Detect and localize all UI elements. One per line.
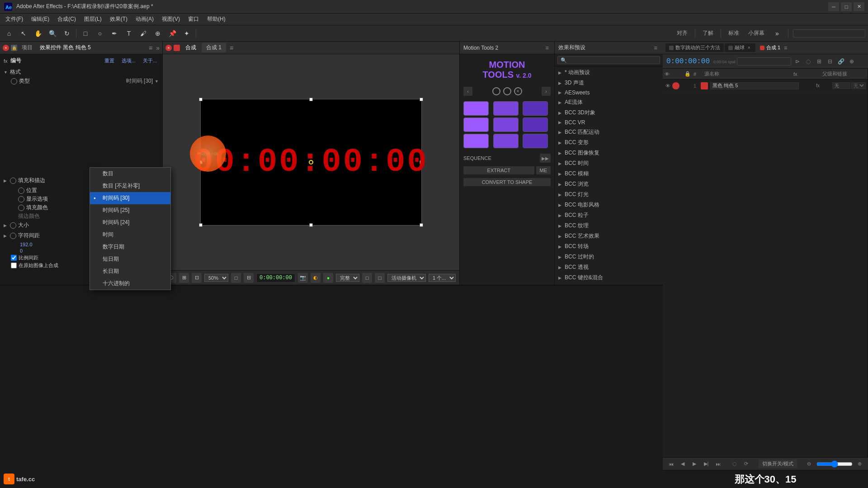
preview-grid-btn[interactable]: ⊞ <box>179 273 189 283</box>
align-label[interactable]: 对齐 <box>674 28 690 38</box>
close-button[interactable]: ✕ <box>854 2 864 11</box>
pin-tool[interactable]: 📌 <box>166 27 179 40</box>
toggle-switch-mode-btn[interactable]: 切换开关/模式 <box>759 460 797 468</box>
effect-cat-bcc-art[interactable]: ▶ BCC 艺术效果 <box>555 231 663 241</box>
proportional-checkbox[interactable] <box>11 255 17 261</box>
rect-tool[interactable]: □ <box>79 27 92 40</box>
effect-cat-bcc-light[interactable]: ▶ BCC 灯光 <box>555 189 663 200</box>
text-tool[interactable]: T <box>123 27 135 40</box>
preview-info-btn[interactable]: □ <box>362 273 372 283</box>
panel-close-icon[interactable]: × <box>3 45 9 51</box>
effects-menu-icon[interactable]: ≡ <box>652 44 659 52</box>
comp-close-icon[interactable]: × <box>165 45 172 51</box>
go-to-start-btn[interactable]: ⏮ <box>666 460 675 469</box>
panel-menu-icon[interactable]: ≡ <box>149 44 152 52</box>
timeline-btn-1[interactable]: ⊳ <box>793 57 802 66</box>
workspace-label[interactable]: 标准 <box>726 28 742 38</box>
timeline-search-input[interactable] <box>737 57 791 66</box>
learn-label[interactable]: 了解 <box>700 28 716 38</box>
zoom-timeline-slider[interactable] <box>816 460 853 468</box>
prev-frame-btn[interactable]: ◀ <box>678 460 687 469</box>
tab-close-ball[interactable]: × <box>746 45 752 51</box>
effect-cat-ae-fluid[interactable]: ▶ AE流体 <box>555 97 663 108</box>
ellipse-tool[interactable]: ○ <box>94 27 106 40</box>
ram-preview-btn[interactable]: ◌ <box>730 460 739 469</box>
screen-label[interactable]: 小屏幕 <box>745 28 767 38</box>
home-tool[interactable]: ⌂ <box>3 27 15 40</box>
layer-color-1[interactable] <box>672 82 679 89</box>
menu-view[interactable]: 视图(V) <box>158 14 184 24</box>
extract-button[interactable]: EXTRACT <box>463 166 534 174</box>
effects-search-input[interactable] <box>557 56 660 64</box>
dropdown-item-7[interactable]: 短日期 <box>90 253 162 265</box>
preview-dot-btn[interactable]: ● <box>323 273 333 283</box>
nav-circle-x[interactable] <box>514 87 522 95</box>
select-tool[interactable]: ↖ <box>17 27 30 40</box>
effect-cat-bcc-match[interactable]: ▶ BCC 匹配运动 <box>555 127 663 137</box>
sequence-icon[interactable]: ▶▶ <box>540 154 551 163</box>
swatch-6[interactable] <box>463 134 489 148</box>
layer-name-field-1[interactable] <box>710 82 799 89</box>
effect-cat-bcc-browse[interactable]: ▶ BCC 浏览 <box>555 179 663 189</box>
effect-cat-3d-audio[interactable]: ▶ 3D 声道 <box>555 78 663 88</box>
play-pause-btn[interactable]: ▶ <box>690 460 699 469</box>
preview-snap-btn[interactable]: ⊟ <box>244 273 254 283</box>
project-tab[interactable]: 项目 <box>19 43 35 52</box>
timeline-btn-3[interactable]: ⊞ <box>815 57 824 66</box>
type-property-row[interactable]: 类型 时间码 [30] ▼ <box>2 77 160 85</box>
effect-cat-bcc-particle[interactable]: ▶ BCC 粒子 <box>555 210 663 221</box>
layer-parent-input-1[interactable] <box>832 82 850 89</box>
dropdown-item-8[interactable]: 长日期 <box>90 265 162 277</box>
effect-cat-aesweets[interactable]: ▶ AESweets <box>555 88 663 97</box>
format-group-header[interactable]: ▼ 格式 <box>2 67 160 77</box>
tab-settings-icon[interactable]: ≡ <box>784 45 787 51</box>
puppet-tool[interactable]: ✦ <box>180 27 193 40</box>
quality-select[interactable]: 完整 <box>336 274 359 282</box>
effect-cat-bcc-texture[interactable]: ▶ BCC 纹理 <box>555 221 663 231</box>
dropdown-item-1[interactable]: 数目 [不足补零] <box>90 180 162 192</box>
preview-camera-btn[interactable]: 📷 <box>298 273 308 283</box>
nav-circle-2[interactable] <box>503 87 511 95</box>
timeline-time[interactable]: 0:00:00:00 <box>666 57 710 66</box>
layer-fx-1[interactable]: fx <box>815 83 821 88</box>
swatch-7[interactable] <box>493 134 519 148</box>
swatch-0[interactable] <box>463 101 489 116</box>
comp-menu-icon[interactable]: ≡ <box>230 44 233 52</box>
type-dropdown-trigger[interactable]: 时间码 [30] ▼ <box>126 77 159 85</box>
timeline-btn-4[interactable]: ⊟ <box>826 57 835 66</box>
preview-lock-btn[interactable]: □ <box>231 273 241 283</box>
convert-to-shape-button[interactable]: CONVERT TO SHAPE <box>463 178 551 186</box>
minimize-button[interactable]: ─ <box>828 2 839 11</box>
effect-cat-animation-presets[interactable]: ▶ * 动画预设 <box>555 67 663 78</box>
options-btn[interactable]: 选项... <box>120 57 137 65</box>
effect-cat-bcc-3d[interactable]: ▶ BCC 3D对象 <box>555 108 663 118</box>
menu-window[interactable]: 窗口 <box>184 14 203 24</box>
maximize-button[interactable]: □ <box>841 2 852 11</box>
dropdown-item-9[interactable]: 十六进制的 <box>90 277 162 285</box>
menu-layer[interactable]: 图层(L) <box>80 14 105 24</box>
dropdown-item-2[interactable]: 时间码 [30] <box>90 192 162 204</box>
timeline-btn-6[interactable]: ⊕ <box>847 57 856 66</box>
panel-lock-icon[interactable]: 🔒 <box>11 45 17 51</box>
effect-cat-bcc-color[interactable]: ▶ BCC 颜色 & 色调 <box>555 283 663 285</box>
menu-edit[interactable]: 编辑(E) <box>28 14 53 24</box>
timeline-btn-2[interactable]: ◌ <box>804 57 813 66</box>
effect-controls-tab[interactable]: 效果控件 黑色 纯色 5 <box>37 43 94 52</box>
loop-btn[interactable]: ⟳ <box>742 460 751 469</box>
toolbar-search-input[interactable] <box>793 29 865 38</box>
timeline-btn-5[interactable]: 🔗 <box>836 57 845 66</box>
menu-file[interactable]: 文件(F) <box>2 14 27 24</box>
preview-3d-btn[interactable]: □ <box>375 273 385 283</box>
dropdown-item-6[interactable]: 数字日期 <box>90 241 162 253</box>
go-to-end-btn[interactable]: ⏭ <box>713 460 722 469</box>
swatch-5[interactable] <box>523 117 548 132</box>
dropdown-item-4[interactable]: 时间码 [24] <box>90 216 162 229</box>
timeline-tab-digit[interactable]: 数字跳动的三个方法 <box>665 43 724 52</box>
zoom-out-timeline-btn[interactable]: ⊖ <box>805 460 814 469</box>
effect-cat-bcc-vr[interactable]: ▶ BCC VR <box>555 118 663 127</box>
comp-name-btn[interactable]: 合成 1 <box>202 43 226 52</box>
zoom-tool[interactable]: 🔍 <box>46 27 59 40</box>
value-0[interactable]: 0 <box>20 248 23 253</box>
menu-animation[interactable]: 动画(A) <box>132 14 157 24</box>
expand-btn[interactable]: » <box>771 27 783 40</box>
